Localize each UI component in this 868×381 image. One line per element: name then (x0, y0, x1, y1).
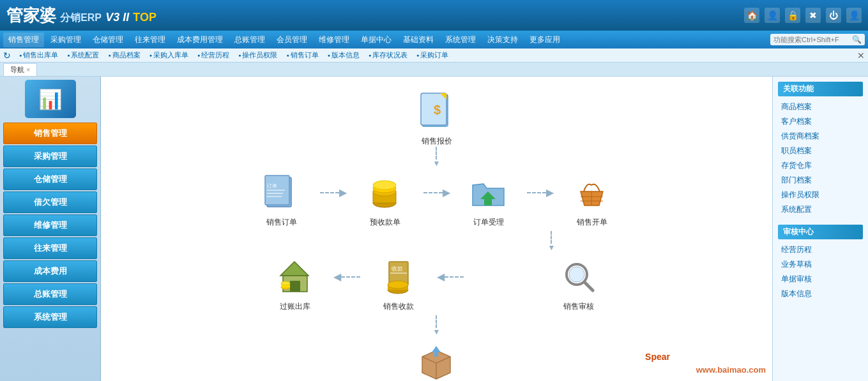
menu-decision[interactable]: 决策支持 (482, 33, 523, 47)
related-functions-title: 关联功能 (778, 82, 863, 96)
refresh-icon[interactable]: ↻ (3, 50, 11, 61)
tuihuo-icon (415, 339, 459, 381)
nav-tab-item[interactable]: 导航 × (3, 63, 37, 76)
link-product[interactable]: 商品档案 (778, 100, 863, 114)
flow-shoukuan[interactable]: 收款 销售收款 (360, 255, 437, 312)
tab-product[interactable]: 商品档案 (104, 49, 144, 61)
link-history[interactable]: 经营历程 (778, 243, 863, 257)
link-audit[interactable]: 单据审核 (778, 272, 863, 287)
flow-guozhang[interactable]: 过账出库 (257, 255, 333, 312)
search-icon[interactable]: 🔍 (852, 35, 862, 44)
dingdan-label: 销售订单 (266, 217, 297, 228)
link-sysconfig[interactable]: 系统配置 (778, 202, 863, 217)
flow-row-3: 过账出库 ◀ 收款 (257, 255, 617, 312)
link-version[interactable]: 版本信息 (778, 287, 863, 301)
flow-tuihuo[interactable]: 销售退货 (399, 339, 475, 381)
svg-rect-21 (290, 281, 300, 292)
menu-system[interactable]: 系统管理 (440, 33, 481, 47)
tab-inventory[interactable]: 库存状况表 (365, 49, 411, 61)
audit-title: 审核中心 (778, 225, 863, 239)
search-input[interactable] (773, 36, 850, 43)
lock-icon[interactable]: 🔒 (785, 8, 800, 23)
tabs-close-button[interactable]: ✕ (857, 50, 865, 61)
link-warehouse[interactable]: 存货仓库 (778, 158, 863, 173)
sidebar-repair[interactable]: 维修管理 (3, 214, 97, 236)
link-operator[interactable]: 操作员权限 (778, 188, 863, 202)
shenhe-label: 销售审核 (563, 301, 594, 312)
menu-basic[interactable]: 基础资料 (398, 33, 439, 47)
menu-dealings[interactable]: 往来管理 (130, 33, 171, 47)
flow-diagram: $ 销售报价 ▼ (107, 83, 766, 381)
logo: 管家婆 分销ERP V3 II TOP (6, 4, 156, 27)
tab-sales-out[interactable]: 销售出库单 (15, 49, 62, 61)
main: 📊 销售管理 采购管理 仓储管理 借欠管理 维修管理 往来管理 成本费用 总账管… (0, 77, 868, 381)
sidebar-dealings[interactable]: 往来管理 (3, 237, 97, 259)
menu-sales[interactable]: 销售管理 (3, 33, 44, 47)
tab-history[interactable]: 经营历程 (194, 49, 233, 61)
shoukuan-label: 销售收款 (383, 301, 414, 312)
sidebar-debt[interactable]: 借欠管理 (3, 191, 97, 213)
sidebar: 📊 销售管理 采购管理 仓储管理 借欠管理 维修管理 往来管理 成本费用 总账管… (0, 77, 101, 381)
sidebar-system[interactable]: 系统管理 (3, 306, 97, 328)
arrow-right-3: ▶ (527, 188, 554, 198)
spear-text: Spear (645, 352, 670, 362)
shoukuan-icon: 收款 (376, 255, 421, 299)
sidebar-warehouse[interactable]: 仓储管理 (3, 168, 97, 190)
tab-operator[interactable]: 操作员权限 (234, 49, 281, 61)
link-dept[interactable]: 部门档案 (778, 173, 863, 188)
baojia-icon: $ (415, 89, 459, 134)
flow-shenhe[interactable]: 销售审核 (540, 255, 617, 312)
menu-purchase[interactable]: 采购管理 (45, 33, 86, 47)
menu-cost[interactable]: 成本费用管理 (172, 33, 228, 47)
arrow-down-1: ▼ (433, 147, 441, 167)
tab-purchase-order[interactable]: 采购订单 (413, 49, 452, 61)
connector-row34: ▼ (433, 315, 441, 336)
flow-row-4: 销售退货 (399, 339, 475, 381)
sidebar-ledger[interactable]: 总账管理 (3, 283, 97, 305)
sidebar-cost[interactable]: 成本费用 (3, 260, 97, 282)
menu-ledger[interactable]: 总账管理 (229, 33, 270, 47)
menubar: 销售管理 采购管理 仓储管理 往来管理 成本费用管理 总账管理 会员管理 维修管… (0, 31, 868, 49)
home-icon[interactable]: 🏠 (744, 8, 759, 23)
nav-close-icon[interactable]: × (26, 66, 30, 73)
tab-version[interactable]: 版本信息 (324, 49, 363, 61)
link-customer[interactable]: 客户档案 (778, 114, 863, 129)
search-box[interactable]: 🔍 (770, 34, 865, 45)
menu-warehouse[interactable]: 仓储管理 (88, 33, 128, 47)
menu-member[interactable]: 会员管理 (271, 33, 312, 47)
dingdan-icon: 订单 (259, 170, 304, 215)
account-icon[interactable]: 👤 (846, 8, 862, 23)
link-draft[interactable]: 业务草稿 (778, 257, 863, 272)
arrow-right-2: ▶ (423, 188, 450, 198)
arrow-left-2: ◀ (437, 272, 464, 282)
menu-more[interactable]: 更多应用 (524, 33, 565, 47)
tab-sys-config[interactable]: 系统配置 (63, 49, 103, 61)
flow-baojia[interactable]: $ 销售报价 (399, 89, 475, 147)
flow-yukuan[interactable]: 预收款单 (347, 170, 423, 228)
menu-receipt[interactable]: 单据中心 (356, 33, 397, 47)
svg-point-32 (569, 267, 584, 282)
shenhe-icon (556, 255, 601, 299)
sidebar-purchase[interactable]: 采购管理 (3, 146, 97, 167)
power-icon[interactable]: ⏻ (826, 8, 841, 23)
menu-repair[interactable]: 维修管理 (314, 33, 354, 47)
link-staff[interactable]: 职员档案 (778, 144, 863, 158)
connector-row23: ▼ (548, 231, 556, 251)
svg-text:收款: 收款 (392, 265, 403, 272)
flow-row-2: 订单 销售订单 ▶ (243, 170, 630, 228)
tab-sales-order[interactable]: 销售订单 (282, 49, 322, 61)
yukuan-icon (363, 170, 407, 215)
flow-kaidan[interactable]: 销售开单 (554, 170, 630, 228)
audit-section: 审核中心 经营历程 业务草稿 单据审核 版本信息 (778, 225, 863, 301)
arrow-left-1: ◀ (333, 272, 360, 282)
header: 管家婆 分销ERP V3 II TOP 🏠 👤 🔒 ✖ ⏻ 👤 (0, 0, 868, 31)
flow-shouli[interactable]: 订单受理 (450, 170, 527, 228)
related-functions-section: 关联功能 商品档案 客户档案 供货商档案 职员档案 存货仓库 部门档案 操作员权… (778, 82, 863, 217)
link-supplier[interactable]: 供货商档案 (778, 129, 863, 144)
user-icon[interactable]: 👤 (765, 8, 780, 23)
shouli-icon (466, 170, 511, 215)
tab-purchase-in[interactable]: 采购入库单 (146, 49, 192, 61)
close-circle-icon[interactable]: ✖ (805, 8, 821, 23)
flow-dingdan[interactable]: 订单 销售订单 (243, 170, 320, 228)
sidebar-sales[interactable]: 销售管理 (3, 123, 97, 144)
